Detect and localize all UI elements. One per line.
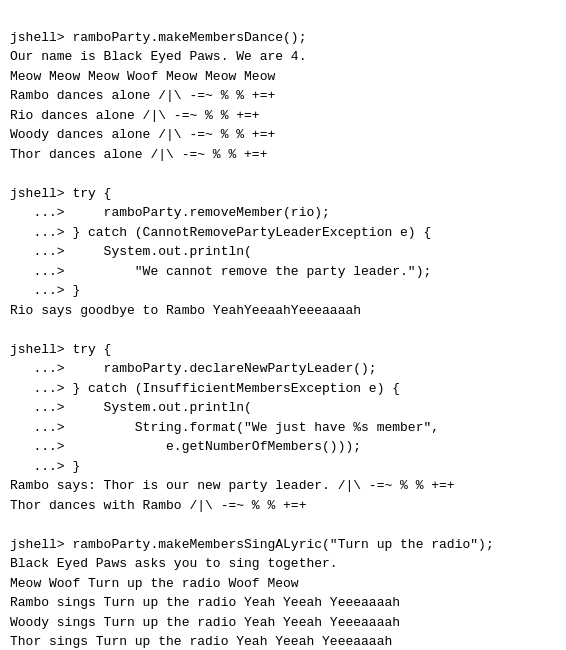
terminal-line: ...> "We cannot remove the party leader.… xyxy=(10,262,556,282)
terminal-line: Rio says goodbye to Rambo YeahYeeaahYeee… xyxy=(10,301,556,321)
terminal-output: jshell> ramboParty.makeMembersDance();Ou… xyxy=(10,8,556,650)
terminal-line: ...> } xyxy=(10,281,556,301)
terminal-line: jshell> ramboParty.makeMembersSingALyric… xyxy=(10,535,556,555)
terminal-line: Thor dances with Rambo /|\ -=~ % % +=+ xyxy=(10,496,556,516)
terminal-line xyxy=(10,320,556,340)
terminal-line xyxy=(10,515,556,535)
terminal-line: ...> } xyxy=(10,457,556,477)
terminal-line: Meow Meow Meow Woof Meow Meow Meow xyxy=(10,67,556,87)
terminal-line: Woody dances alone /|\ -=~ % % +=+ xyxy=(10,125,556,145)
terminal-line: ...> ramboParty.removeMember(rio); xyxy=(10,203,556,223)
terminal-line: ...> } catch (CannotRemovePartyLeaderExc… xyxy=(10,223,556,243)
terminal-line: Meow Woof Turn up the radio Woof Meow xyxy=(10,574,556,594)
terminal-line: Rambo sings Turn up the radio Yeah Yeeah… xyxy=(10,593,556,613)
terminal-line: Thor dances alone /|\ -=~ % % +=+ xyxy=(10,145,556,165)
terminal-line: Rio dances alone /|\ -=~ % % +=+ xyxy=(10,106,556,126)
terminal-line: Our name is Black Eyed Paws. We are 4. xyxy=(10,47,556,67)
terminal-line: jshell> ramboParty.makeMembersDance(); xyxy=(10,28,556,48)
terminal-line: ...> e.getNumberOfMembers())); xyxy=(10,437,556,457)
terminal-line: ...> System.out.println( xyxy=(10,398,556,418)
terminal-line: Rambo says: Thor is our new party leader… xyxy=(10,476,556,496)
terminal-line: jshell> try { xyxy=(10,184,556,204)
terminal-line: jshell> try { xyxy=(10,340,556,360)
terminal-line: Rambo dances alone /|\ -=~ % % +=+ xyxy=(10,86,556,106)
terminal-line: ...> String.format("We just have %s memb… xyxy=(10,418,556,438)
terminal-line: Woody sings Turn up the radio Yeah Yeeah… xyxy=(10,613,556,633)
terminal-line: ...> } catch (InsufficientMembersExcepti… xyxy=(10,379,556,399)
terminal-line: ...> System.out.println( xyxy=(10,242,556,262)
terminal-line: ...> ramboParty.declareNewPartyLeader(); xyxy=(10,359,556,379)
terminal-line: Black Eyed Paws asks you to sing togethe… xyxy=(10,554,556,574)
terminal-line xyxy=(10,164,556,184)
terminal-line: Thor sings Turn up the radio Yeah Yeeah … xyxy=(10,632,556,650)
